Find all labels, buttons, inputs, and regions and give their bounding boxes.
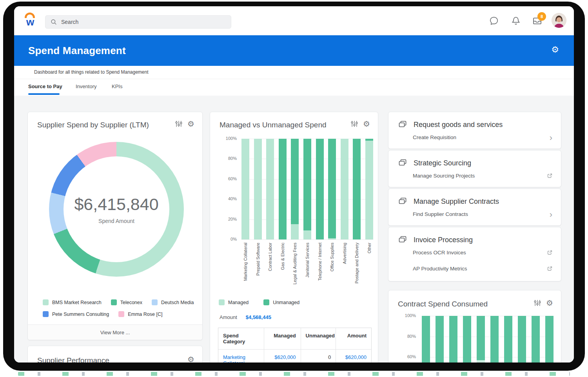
card-gear-icon[interactable]: ⚙ xyxy=(546,299,553,307)
top-bar: w Search xyxy=(14,6,574,35)
tab-source-to-pay[interactable]: Source to Pay xyxy=(28,83,62,89)
stacked-windows-icon xyxy=(398,197,407,206)
amount-value-link[interactable]: $4,568,445 xyxy=(246,314,271,320)
stacked-bar[interactable] xyxy=(241,139,249,239)
legend-swatch xyxy=(118,311,124,317)
action-card-title: Manage Supplier Contracts xyxy=(414,198,499,206)
action-card-title: Invoice Processing xyxy=(414,236,473,244)
contract-chart-y-axis: 100%80%60% xyxy=(398,316,416,362)
stacked-chart-y-axis: 100%80%60%40%20%0% xyxy=(217,139,237,239)
amount-row: Amount $4,568,445 xyxy=(220,314,271,320)
bar-segment-unmanaged xyxy=(303,139,311,230)
contract-bar-chart[interactable] xyxy=(422,316,554,362)
external-link-icon[interactable] xyxy=(547,266,552,271)
legend-label: Teleconex xyxy=(120,300,142,305)
y-tick-label: 80% xyxy=(398,334,416,339)
view-more-button[interactable]: View More ... xyxy=(28,324,202,340)
card-gear-icon[interactable]: ⚙ xyxy=(363,120,370,128)
contract-spend-title: Contract Spend Consumed xyxy=(398,300,488,308)
bar-segment-unmanaged xyxy=(316,139,324,239)
messages-icon[interactable] xyxy=(489,16,499,26)
active-tab-underline xyxy=(28,93,60,95)
notifications-bell-icon[interactable] xyxy=(511,16,521,26)
action-link[interactable]: Find Supplier Contracts xyxy=(413,211,468,217)
bar-segment-unmanaged xyxy=(279,139,287,239)
contract-bar[interactable] xyxy=(449,316,457,362)
stacked-bar[interactable] xyxy=(353,139,361,239)
table-row: Marketing Collateral$620,0000$620,000 xyxy=(218,350,371,362)
table-cell-link[interactable]: Marketing Collateral xyxy=(218,350,264,362)
stacked-bar[interactable] xyxy=(341,139,348,239)
external-link-icon[interactable] xyxy=(547,250,552,255)
table-header-cell: Managed xyxy=(264,328,301,350)
inbox-tray-icon[interactable]: 8 xyxy=(532,16,542,26)
card-gear-icon[interactable]: ⚙ xyxy=(187,355,194,362)
stacked-bar[interactable] xyxy=(328,139,336,239)
bar-segment-managed xyxy=(241,139,249,239)
stacked-chart-legend: ManagedUnmanaged xyxy=(219,299,299,305)
stacked-bar[interactable] xyxy=(365,139,373,239)
stacked-bar[interactable] xyxy=(279,139,287,239)
stacked-windows-icon xyxy=(398,158,407,168)
contract-bar[interactable] xyxy=(436,316,444,362)
x-category-label: Prepaid Software xyxy=(256,243,260,276)
legend-swatch xyxy=(111,299,117,305)
contract-bar[interactable] xyxy=(422,316,430,362)
amount-label: Amount xyxy=(220,314,237,320)
stacked-chart-x-axis: Marketing CollateralPrepaid SoftwareCont… xyxy=(241,243,373,294)
action-card-title: Request goods and services xyxy=(414,121,503,129)
bar-segment-managed xyxy=(328,238,336,239)
page-title: Spend Management xyxy=(28,45,126,57)
tab-kpis[interactable]: KPIs xyxy=(112,83,122,89)
y-tick-label: 40% xyxy=(218,196,237,201)
filter-sliders-icon[interactable] xyxy=(534,299,541,307)
stacked-bar[interactable] xyxy=(316,139,324,239)
action-link[interactable]: Manage Sourcing Projects xyxy=(413,173,475,179)
managed-vs-unmanaged-title: Managed vs Unmanaged Spend xyxy=(220,121,327,129)
stacked-bar[interactable] xyxy=(266,139,274,239)
bar-segment-unmanaged xyxy=(353,139,361,239)
stacked-bar[interactable] xyxy=(254,139,262,239)
stacked-bar[interactable] xyxy=(303,139,311,239)
legend-item: BMS Market Research xyxy=(43,299,102,305)
y-tick-label: 80% xyxy=(218,156,237,161)
contract-bar[interactable] xyxy=(532,316,540,362)
card-gear-icon[interactable]: ⚙ xyxy=(187,120,194,128)
search-input[interactable]: Search xyxy=(45,15,231,29)
contract-bar[interactable] xyxy=(518,316,526,362)
table-header-row: Spend CategoryManagedUnmanagedAmount xyxy=(218,328,371,350)
table-cell-link[interactable]: $620,000 xyxy=(336,350,371,362)
contract-bar[interactable] xyxy=(545,316,554,362)
filter-sliders-icon[interactable] xyxy=(175,120,183,128)
action-link[interactable]: Create Requisition xyxy=(413,134,456,140)
spend-amount-value: $6,415,840 xyxy=(74,195,158,214)
legend-swatch xyxy=(219,299,225,305)
filter-sliders-icon[interactable] xyxy=(350,120,358,128)
legend-label: Deutsch Media xyxy=(161,300,194,305)
search-placeholder: Search xyxy=(61,19,78,25)
spend-amount-label: Spend Amount xyxy=(98,218,134,224)
action-card: Manage Supplier ContractsFind Supplier C… xyxy=(388,188,561,226)
contract-bar[interactable] xyxy=(477,316,485,362)
x-category-label: Gas & Electric xyxy=(280,243,285,270)
action-link[interactable]: AP Productivity Metrics xyxy=(413,266,467,272)
stacked-bar-chart[interactable] xyxy=(241,139,373,239)
external-link-icon[interactable] xyxy=(547,173,552,178)
managed-vs-unmanaged-card: Managed vs Unmanaged Spend ⚙ 100%80%60%4… xyxy=(210,112,378,362)
bar-segment-unmanaged xyxy=(291,139,299,224)
bar-segment-unmanaged xyxy=(328,139,336,238)
workday-logo-icon[interactable]: w xyxy=(24,11,37,30)
contract-bar[interactable] xyxy=(463,316,471,362)
legend-swatch xyxy=(152,299,158,305)
contract-bar[interactable] xyxy=(504,316,512,362)
table-cell-link[interactable]: $620,000 xyxy=(264,350,301,362)
chevron-right-icon[interactable]: › xyxy=(550,212,552,219)
action-link[interactable]: Process OCR Invoices xyxy=(413,250,466,256)
header-gear-icon[interactable]: ⚙ xyxy=(551,45,559,54)
x-category-label: Marketing Collateral xyxy=(243,243,248,281)
tab-inventory[interactable]: Inventory xyxy=(76,83,96,89)
chevron-right-icon[interactable]: › xyxy=(550,135,552,142)
stacked-bar[interactable] xyxy=(291,139,299,239)
profile-avatar[interactable] xyxy=(552,13,566,28)
contract-bar[interactable] xyxy=(490,316,499,362)
